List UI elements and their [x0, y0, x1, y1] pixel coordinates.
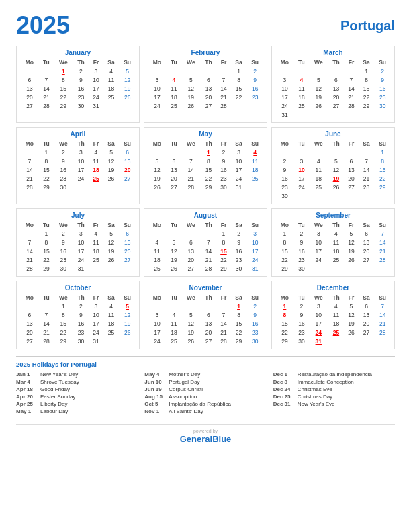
- calendar-day: 12: [119, 75, 136, 84]
- calendar-day: 30: [73, 337, 89, 345]
- calendar-day: 6: [20, 310, 39, 319]
- calendar-day: 19: [167, 255, 181, 264]
- calendar-day: 6: [201, 310, 217, 319]
- calendar-day: 16: [294, 247, 309, 255]
- calendar-day: [328, 66, 345, 75]
- calendar-day: 26: [119, 328, 136, 337]
- calendar-day: 24: [89, 93, 103, 101]
- day-header-su: Su: [246, 294, 263, 302]
- calendar-day: 4: [328, 302, 345, 310]
- calendar-day: 12: [148, 165, 167, 174]
- month-title: April: [20, 130, 136, 138]
- calendar-day: 30: [73, 101, 89, 110]
- calendar-day: 11: [89, 238, 103, 247]
- calendar-day: 31: [309, 337, 328, 345]
- holiday-date: Jun 10: [144, 379, 165, 385]
- month-block-october: OctoberMoTuWeThFrSaSu1234567891011121314…: [16, 281, 140, 349]
- calendar-day: 17: [89, 84, 103, 93]
- calendar-day: 21: [181, 174, 201, 183]
- day-header-fr: Fr: [89, 294, 103, 302]
- day-header-tu: Tu: [294, 221, 309, 229]
- calendar-day: 8: [275, 310, 294, 319]
- holiday-date: Dec 8: [273, 379, 293, 385]
- holiday-name: Implantação da República: [169, 401, 231, 407]
- day-header-su: Su: [246, 140, 263, 148]
- calendar-day: 18: [148, 255, 167, 264]
- holiday-name: Christmas Day: [298, 394, 332, 400]
- month-title: August: [148, 212, 263, 219]
- holiday-column-3: Dec 1Restauração da IndependênciaDec 8Im…: [273, 371, 395, 416]
- calendar-day: 23: [294, 255, 309, 264]
- holiday-date: May 1: [16, 408, 36, 414]
- calendar-day: [328, 148, 345, 157]
- day-header-fr: Fr: [89, 58, 103, 66]
- calendar-day: 17: [309, 247, 328, 255]
- calendar-day: 10: [73, 157, 89, 165]
- day-header-we: We: [309, 221, 328, 229]
- calendar-day: 28: [359, 183, 375, 191]
- calendar-day: 22: [275, 328, 294, 337]
- day-header-we: We: [181, 294, 201, 302]
- calendar-day: 17: [231, 165, 247, 174]
- calendar-day: 30: [294, 264, 309, 273]
- month-block-july: JulyMoTuWeThFrSaSu1234567891011121314151…: [16, 208, 140, 277]
- holiday-date: Apr 25: [16, 401, 36, 407]
- day-header-we: We: [181, 58, 201, 66]
- holiday-entry: Oct 5Implantação da República: [144, 401, 266, 407]
- calendar-day: 29: [39, 183, 54, 191]
- calendar-day: [119, 183, 136, 191]
- calendar-day: [20, 66, 39, 75]
- calendar-day: 15: [201, 165, 217, 174]
- calendar-day: 15: [39, 247, 54, 255]
- calendar-day: 22: [39, 174, 54, 183]
- month-block-august: AugustMoTuWeThFrSaSu12345678910111213141…: [144, 208, 267, 277]
- day-header-we: We: [54, 58, 73, 66]
- calendar-day: [328, 264, 345, 273]
- calendar-day: 25: [167, 337, 181, 345]
- month-title: June: [275, 130, 391, 138]
- calendar-day: 26: [103, 255, 120, 264]
- calendar-day: 25: [148, 264, 167, 273]
- day-header-tu: Tu: [167, 140, 181, 148]
- calendar-day: 26: [344, 328, 358, 337]
- calendar-day: 5: [103, 229, 120, 238]
- day-header-th: Th: [328, 58, 345, 66]
- calendar-day: 8: [216, 238, 230, 247]
- holiday-name: Mother's Day: [169, 371, 200, 378]
- day-header-su: Su: [374, 140, 391, 148]
- month-table: MoTuWeThFrSaSu12345678910111213141516171…: [20, 221, 136, 273]
- calendar-day: 19: [119, 84, 136, 93]
- calendar-day: 2: [73, 302, 89, 310]
- calendar-day: 7: [39, 310, 54, 319]
- calendar-day: 22: [216, 255, 230, 264]
- day-header-mo: Mo: [275, 294, 294, 302]
- holiday-entry: Apr 18Good Friday: [16, 386, 138, 392]
- calendar-day: 12: [103, 157, 120, 165]
- calendar-day: 29: [374, 183, 391, 191]
- calendar-day: 17: [246, 247, 263, 255]
- calendar-day: 26: [103, 174, 120, 183]
- calendar-day: [39, 66, 54, 75]
- calendar-day: 22: [54, 328, 73, 337]
- day-header-tu: Tu: [167, 294, 181, 302]
- day-header-we: We: [181, 140, 201, 148]
- day-header-we: We: [54, 221, 73, 229]
- day-header-su: Su: [119, 221, 136, 229]
- calendar-day: [181, 302, 201, 310]
- calendar-day: 28: [374, 255, 391, 264]
- day-header-sa: Sa: [231, 294, 247, 302]
- day-header-fr: Fr: [216, 58, 230, 66]
- calendar-day: 26: [181, 101, 201, 110]
- calendar-day: 17: [275, 93, 294, 101]
- calendar-day: 8: [275, 238, 294, 247]
- day-header-mo: Mo: [148, 58, 167, 66]
- calendar-day: 25: [103, 328, 120, 337]
- calendar-day: 13: [119, 157, 136, 165]
- month-table: MoTuWeThFrSaSu12345678910111213141516171…: [275, 221, 391, 273]
- calendar-day: 15: [359, 84, 375, 93]
- calendar-day: [181, 229, 201, 238]
- calendar-day: 29: [359, 101, 375, 110]
- calendar-day: 23: [73, 93, 89, 101]
- calendar-day: 22: [359, 93, 375, 101]
- holiday-entry: Jun 19Corpus Christi: [144, 386, 266, 392]
